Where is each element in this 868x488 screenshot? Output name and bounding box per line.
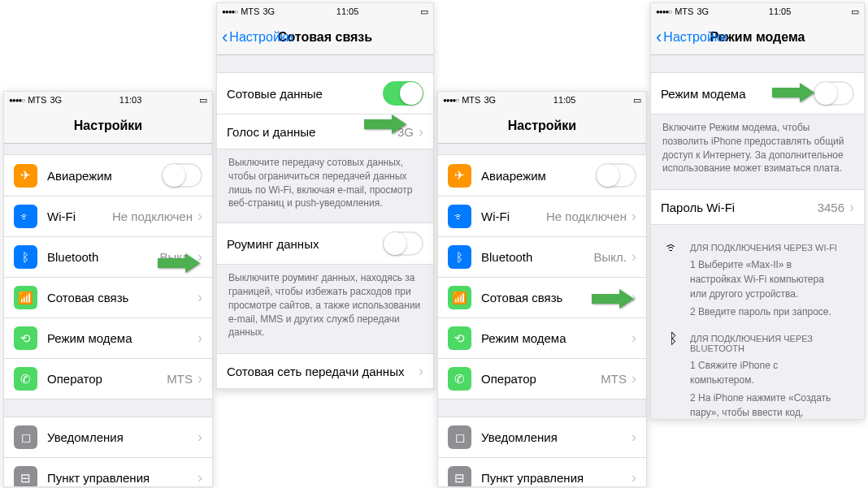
chevron-right-icon: › <box>197 289 202 306</box>
status-bar: ●●●●○MTS3G 11:05 ▭ <box>217 3 433 19</box>
page-title: Настройки <box>74 119 142 133</box>
hotspot-icon: ⟲ <box>448 326 471 350</box>
airplane-icon: ✈ <box>14 164 37 188</box>
notifications-icon: ◻ <box>448 425 471 449</box>
row-cellular-network[interactable]: Сотовая сеть передачи данных › <box>217 353 433 389</box>
hotspot-toggle[interactable] <box>814 81 854 106</box>
navbar: ‹Настройки Сотовая связь <box>217 19 433 55</box>
chevron-right-icon: › <box>197 429 202 446</box>
cellular-icon: 📶 <box>448 286 471 309</box>
status-bar: ●●●●○MTS3G 11:03 ▭ <box>4 92 212 108</box>
bluetooth-icon: ᛒ <box>448 245 471 269</box>
row-voice-data[interactable]: Голос и данные 3G › <box>217 114 433 149</box>
row-control-center[interactable]: ⊟ Пункт управления › <box>438 457 646 487</box>
wifi-icon: ᯤ <box>14 205 37 228</box>
signal-dots-icon: ●●●●○ <box>9 97 24 104</box>
bluetooth-icon: ᛒ <box>14 245 37 269</box>
phone-icon: ✆ <box>448 367 471 391</box>
chevron-right-icon: › <box>197 469 202 486</box>
chevron-right-icon: › <box>631 208 636 225</box>
battery-icon: ▭ <box>851 6 859 17</box>
chevron-right-icon: › <box>631 289 636 306</box>
chevron-right-icon: › <box>419 123 423 140</box>
chevron-right-icon: › <box>631 429 636 446</box>
row-wifi[interactable]: ᯤ Wi-Fi Не подключен › <box>4 196 212 237</box>
footer-note-1: Выключите передачу сотовых данных, чтобы… <box>217 149 433 217</box>
chevron-right-icon: › <box>197 248 202 266</box>
airplane-toggle[interactable] <box>162 163 202 188</box>
chevron-right-icon: › <box>197 208 202 225</box>
status-bar: ●●●●○MTS3G 11:05 ▭ <box>438 92 646 108</box>
row-notifications[interactable]: ◻ Уведомления › <box>438 417 646 458</box>
airplane-toggle[interactable] <box>596 163 636 188</box>
row-cellular-data[interactable]: Сотовые данные <box>217 72 433 114</box>
footer-note: Включите Режим модема, чтобы позволить i… <box>651 114 864 182</box>
status-bar: ●●●●○MTS3G 11:05 ▭ <box>651 3 864 19</box>
chevron-left-icon: ‹ <box>222 28 228 46</box>
cellular-icon: 📶 <box>14 286 37 309</box>
wifi-icon: ᯤ <box>448 205 471 228</box>
row-control-center[interactable]: ⊟ Пункт управления › <box>4 457 212 487</box>
chevron-right-icon: › <box>631 370 636 387</box>
chevron-right-icon: › <box>197 330 202 347</box>
phone-hotspot: ●●●●○MTS3G 11:05 ▭ ‹Настройки Режим моде… <box>650 2 865 420</box>
clock: 11:03 <box>119 95 142 105</box>
row-wifi[interactable]: ᯤ Wi-Fi Не подключен › <box>438 196 646 237</box>
bluetooth-icon: ᛒ <box>662 330 684 348</box>
navbar: Настройки <box>438 108 646 144</box>
wifi-icon: ᯤ <box>662 240 684 257</box>
row-airplane[interactable]: ✈ Авиарежим <box>438 154 646 196</box>
bluetooth-instructions: ᛒ ДЛЯ ПОДКЛЮЧЕНИЯ ЧЕРЕЗ BLUETOOTH 1 Свяж… <box>651 326 864 420</box>
row-hotspot[interactable]: ⟲ Режим модема › <box>438 317 646 359</box>
phone-settings-2: ●●●●○MTS3G 11:05 ▭ Настройки ✈ Авиарежим… <box>437 91 647 487</box>
chevron-right-icon: › <box>631 248 636 266</box>
row-wifi-password[interactable]: Пароль Wi-Fi 3456 › <box>651 189 864 225</box>
control-icon: ⊟ <box>448 466 471 487</box>
airplane-icon: ✈ <box>448 164 471 188</box>
row-airplane[interactable]: ✈ Авиарежим <box>4 154 212 196</box>
row-roaming[interactable]: Роуминг данных <box>217 222 433 265</box>
row-bluetooth[interactable]: ᛒ Bluetooth Выкл. › <box>4 236 212 278</box>
battery-icon: ▭ <box>633 95 641 106</box>
clock: 11:05 <box>553 95 576 105</box>
phone-cellular: ●●●●○MTS3G 11:05 ▭ ‹Настройки Сотовая св… <box>216 2 434 391</box>
wifi-instructions: ᯤ ДЛЯ ПОДКЛЮЧЕНИЯ ЧЕРЕЗ WI-FI 1 Выберите… <box>651 235 864 326</box>
chevron-right-icon: › <box>419 363 423 380</box>
row-hotspot-toggle[interactable]: Режим модема <box>651 72 864 114</box>
row-bluetooth[interactable]: ᛒ Bluetooth Выкл. › <box>438 236 646 278</box>
navbar: ‹Настройки Режим модема <box>651 19 864 55</box>
row-cellular[interactable]: 📶 Сотовая связь › <box>438 277 646 318</box>
chevron-right-icon: › <box>631 469 636 486</box>
row-notifications[interactable]: ◻ Уведомления › <box>4 417 212 458</box>
footer-note-2: Выключите роуминг данных, находясь за гр… <box>217 265 433 346</box>
phone-settings-1: ●●●●○MTS3G 11:03 ▭ Настройки ✈ Авиарежим… <box>3 91 213 487</box>
clock: 11:05 <box>769 6 792 16</box>
chevron-right-icon: › <box>197 370 202 387</box>
notifications-icon: ◻ <box>14 425 37 449</box>
chevron-left-icon: ‹ <box>656 28 662 46</box>
signal-dots-icon: ●●●●○ <box>443 97 458 104</box>
chevron-right-icon: › <box>849 199 854 216</box>
back-button[interactable]: ‹Настройки <box>656 28 727 46</box>
chevron-right-icon: › <box>631 330 636 347</box>
navbar: Настройки <box>4 108 212 144</box>
hotspot-icon: ⟲ <box>14 326 37 350</box>
row-carrier[interactable]: ✆ Оператор MTS › <box>4 358 212 399</box>
battery-icon: ▭ <box>199 95 207 106</box>
clock: 11:05 <box>336 6 359 16</box>
control-icon: ⊟ <box>14 466 37 487</box>
phone-icon: ✆ <box>14 367 37 391</box>
back-button[interactable]: ‹Настройки <box>222 28 293 46</box>
roaming-toggle[interactable] <box>383 231 423 256</box>
battery-icon: ▭ <box>420 6 428 17</box>
row-hotspot[interactable]: ⟲ Режим модема › <box>4 317 212 359</box>
cellular-data-toggle[interactable] <box>383 81 423 106</box>
signal-dots-icon: ●●●●○ <box>222 8 237 15</box>
signal-dots-icon: ●●●●○ <box>656 8 671 15</box>
row-cellular[interactable]: 📶 Сотовая связь › <box>4 277 212 318</box>
page-title: Настройки <box>508 119 576 133</box>
row-carrier[interactable]: ✆ Оператор MTS › <box>438 358 646 399</box>
